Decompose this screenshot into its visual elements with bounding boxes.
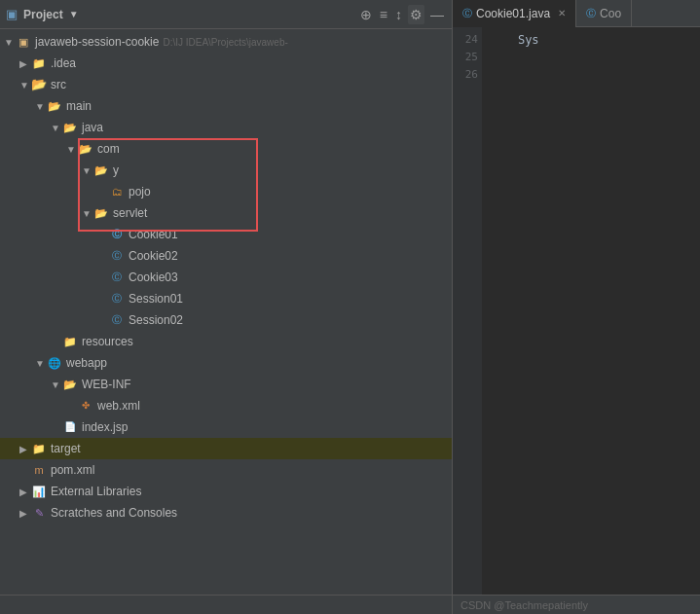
arrow: ▼ [66,144,78,155]
folder-icon: 📂 [47,98,62,114]
list-item[interactable]: ▶ 📁 target [0,438,452,459]
list-item[interactable]: ▼ 📂 java [0,117,452,138]
pkg-folder-icon: 📂 [78,141,93,157]
list-item[interactable]: 📁 resources [0,331,452,352]
line-num: 26 [457,66,478,84]
list-item[interactable]: ▼ 🌐 webapp [0,352,452,374]
toolbar-dropdown[interactable]: ▼ [69,9,79,19]
arrow: ▼ [35,358,47,369]
tab-close[interactable]: ✕ [558,8,566,18]
expand-icon[interactable]: ↕ [393,5,404,24]
item-label: pom.xml [51,463,94,477]
list-item[interactable]: ▼ 📂 servlet [0,202,452,224]
item-label: target [51,442,81,455]
java-file-icon: Ⓒ [109,270,125,285]
src-folder-icon: 📂 [31,77,47,92]
root-path: D:\IJ IDEA\Projects\javaweb- [163,37,287,48]
tree-area: ▼ ▣ javaweb-session-cookie D:\IJ IDEA\Pr… [0,29,452,595]
tab-label2: Coo [600,7,621,20]
servlet-icon: 📂 [93,205,109,221]
item-label: pojo [129,185,151,199]
tab-coo[interactable]: Ⓒ Coo [576,0,632,27]
tab-cookie01[interactable]: Ⓒ Cookie01.java ✕ [453,0,576,27]
minimize-icon[interactable]: — [428,5,446,24]
java-file-icon: Ⓒ [109,248,125,264]
arrow: ▼ [51,123,62,133]
gear-icon[interactable]: ⚙ [408,5,424,24]
line-numbers: 24 25 26 [453,27,482,614]
item-label: Cookie02 [129,249,178,263]
list-item[interactable]: ▼ 📂 WEB-INF [0,374,452,395]
root-folder-icon: ▣ [16,34,31,50]
pojo-icon: 🗂 [109,184,125,199]
arrow: ▶ [19,487,31,497]
tree-bottom [0,595,452,614]
bottom-bar: CSDN @Teachmepatiently [453,595,700,614]
item-label: servlet [113,206,147,220]
item-label: main [66,99,92,113]
toolbar-icons: ⊕ ≡ ↕ ⚙ — [358,5,446,24]
item-label: WEB-INF [82,378,131,391]
project-toolbar: ▣ Project ▼ ⊕ ≡ ↕ ⚙ — [0,0,452,29]
list-item[interactable]: ▼ 📂 com [0,138,452,160]
arrow: ▶ [19,444,31,454]
list-item[interactable]: Ⓒ Cookie02 [0,245,452,267]
item-label: src [51,78,66,91]
java-file-icon: Ⓒ [109,312,125,328]
item-label: Session02 [129,313,183,327]
pom-icon: m [31,462,47,478]
main-container: ▣ Project ▼ ⊕ ≡ ↕ ⚙ — ▼ ▣ javaweb-sessio… [0,0,700,614]
item-label: index.jsp [82,420,128,434]
line-num: 24 [457,31,478,49]
list-item[interactable]: ▶ 📊 External Libraries [0,481,452,502]
code-line: Sys [490,31,692,49]
arrow: ▼ [19,80,31,90]
tab-file-icon: Ⓒ [462,7,472,20]
list-item[interactable]: ▶ 📁 .idea [0,53,452,74]
item-label: y [113,163,119,177]
item-label: webapp [66,356,107,370]
item-label: Session01 [129,292,183,306]
list-item[interactable]: 📄 index.jsp [0,416,452,438]
pkg-icon: 📂 [93,163,109,178]
tab-label: Cookie01.java [476,7,550,20]
list-item[interactable]: Ⓒ Session02 [0,309,452,331]
list-item[interactable]: 🗂 pojo [0,181,452,202]
tree-root[interactable]: ▼ ▣ javaweb-session-cookie D:\IJ IDEA\Pr… [0,31,452,53]
folder-icon: 📂 [62,377,78,392]
list-item[interactable]: ✤ web.xml [0,395,452,416]
folder-icon: 📁 [31,55,47,71]
list-item[interactable]: ▼ 📂 main [0,95,452,117]
project-panel: ▣ Project ▼ ⊕ ≡ ↕ ⚙ — ▼ ▣ javaweb-sessio… [0,0,453,614]
arrow: ▼ [82,165,93,176]
list-item[interactable]: Ⓒ Session01 [0,288,452,309]
item-label: External Libraries [51,485,141,498]
list-item[interactable]: m pom.xml [0,459,452,481]
list-item[interactable]: ▶ ✎ Scratches and Consoles [0,502,452,524]
code-area[interactable]: Sys [482,27,700,614]
list-item[interactable]: Ⓒ Cookie01 [0,224,452,245]
watermark-text: CSDN @Teachmepatiently [461,599,588,611]
jsp-icon: 📄 [62,419,78,435]
item-label: .idea [51,56,76,70]
filter-icon[interactable]: ≡ [378,5,389,24]
tab-bar: Ⓒ Cookie01.java ✕ Ⓒ Coo [453,0,700,27]
webapp-icon: 🌐 [47,355,62,371]
list-item[interactable]: ▼ 📂 src [0,74,452,95]
java-file-icon: Ⓒ [109,291,125,307]
item-label: Cookie03 [129,271,178,284]
lib-icon: 📊 [31,484,47,499]
list-item[interactable]: ▼ 📂 y [0,160,452,181]
editor-content: 24 25 26 Sys [453,27,700,614]
scope-icon[interactable]: ⊕ [358,5,374,24]
item-label: web.xml [97,399,140,413]
scratch-icon: ✎ [31,505,47,521]
folder-icon: 📁 [31,441,47,456]
arrow-root: ▼ [4,37,16,48]
arrow: ▼ [82,208,93,219]
xml-icon: ✤ [78,398,93,414]
folder-icon: 📁 [62,334,78,349]
project-icon: ▣ [6,7,18,21]
list-item[interactable]: Ⓒ Cookie03 [0,267,452,288]
item-label: Cookie01 [129,228,178,241]
